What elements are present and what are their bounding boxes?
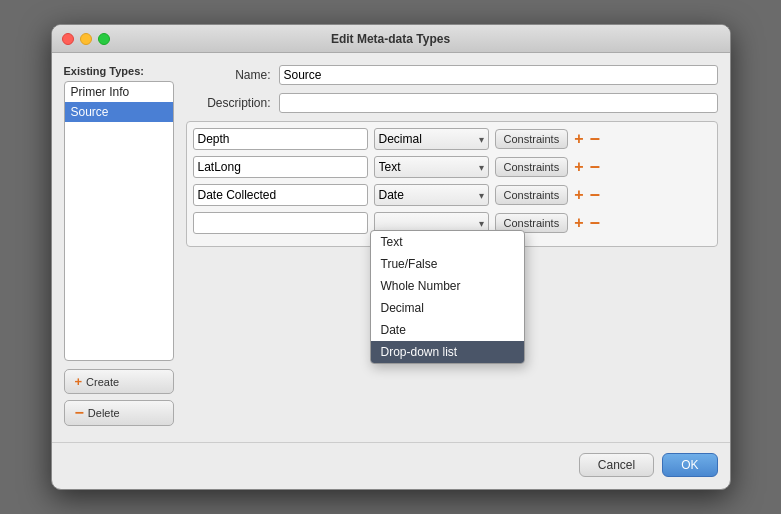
main-panel: Name: Description: Constraints + − bbox=[186, 65, 718, 426]
constraints-button-latlong[interactable]: Constraints bbox=[495, 157, 569, 177]
dropdown-option-wholenumber[interactable]: Whole Number bbox=[371, 275, 524, 297]
name-label: Name: bbox=[186, 68, 271, 82]
traffic-lights bbox=[62, 33, 110, 45]
desc-label: Description: bbox=[186, 96, 271, 110]
row-name-input-datecollected[interactable] bbox=[193, 184, 368, 206]
cancel-button[interactable]: Cancel bbox=[579, 453, 654, 477]
ok-button[interactable]: OK bbox=[662, 453, 717, 477]
constraints-button-depth[interactable]: Constraints bbox=[495, 129, 569, 149]
sidebar: Existing Types: Primer Info Source + Cre… bbox=[64, 65, 174, 426]
add-row-icon-new[interactable]: + bbox=[574, 215, 583, 231]
constraints-button-datecollected[interactable]: Constraints bbox=[495, 185, 569, 205]
sidebar-buttons: + Create − Delete bbox=[64, 369, 174, 426]
table-row: Constraints + − bbox=[193, 128, 711, 150]
window-body: Existing Types: Primer Info Source + Cre… bbox=[52, 53, 730, 438]
footer: Cancel OK bbox=[52, 442, 730, 489]
dropdown-option-dropdown[interactable]: Drop-down list bbox=[371, 341, 524, 363]
remove-row-icon-depth[interactable]: − bbox=[589, 130, 600, 148]
type-input-depth[interactable] bbox=[374, 128, 489, 150]
type-select-wrapper-datecollected bbox=[374, 184, 489, 206]
sidebar-item-primerinfo[interactable]: Primer Info bbox=[65, 82, 173, 102]
remove-row-icon-datecollected[interactable]: − bbox=[589, 186, 600, 204]
titlebar: Edit Meta-data Types bbox=[52, 25, 730, 53]
minimize-button[interactable] bbox=[80, 33, 92, 45]
name-input[interactable] bbox=[279, 65, 718, 85]
add-row-icon-datecollected[interactable]: + bbox=[574, 187, 583, 203]
name-row: Name: bbox=[186, 65, 718, 85]
dropdown-option-truefalse[interactable]: True/False bbox=[371, 253, 524, 275]
delete-button[interactable]: − Delete bbox=[64, 400, 174, 426]
row-name-input-depth[interactable] bbox=[193, 128, 368, 150]
type-input-datecollected[interactable] bbox=[374, 184, 489, 206]
type-input-latlong[interactable] bbox=[374, 156, 489, 178]
table-row: Constraints + − bbox=[193, 184, 711, 206]
description-input[interactable] bbox=[279, 93, 718, 113]
row-name-input-latlong[interactable] bbox=[193, 156, 368, 178]
add-row-icon-latlong[interactable]: + bbox=[574, 159, 583, 175]
close-button[interactable] bbox=[62, 33, 74, 45]
type-select-wrapper-depth bbox=[374, 128, 489, 150]
desc-row: Description: bbox=[186, 93, 718, 113]
sidebar-label: Existing Types: bbox=[64, 65, 174, 77]
types-list[interactable]: Primer Info Source bbox=[64, 81, 174, 361]
remove-row-icon-new[interactable]: − bbox=[589, 214, 600, 232]
dropdown-option-decimal[interactable]: Decimal bbox=[371, 297, 524, 319]
maximize-button[interactable] bbox=[98, 33, 110, 45]
dropdown-option-date[interactable]: Date bbox=[371, 319, 524, 341]
sidebar-item-source[interactable]: Source bbox=[65, 102, 173, 122]
remove-row-icon-latlong[interactable]: − bbox=[589, 158, 600, 176]
plus-icon: + bbox=[75, 374, 83, 389]
table-row: Constraints + − bbox=[193, 156, 711, 178]
add-row-icon-depth[interactable]: + bbox=[574, 131, 583, 147]
dropdown-option-text[interactable]: Text bbox=[371, 231, 524, 253]
window-title: Edit Meta-data Types bbox=[331, 32, 450, 46]
row-name-input-new[interactable] bbox=[193, 212, 368, 234]
type-dropdown-popup: Text True/False Whole Number Decimal Dat… bbox=[370, 230, 525, 364]
edit-metadata-dialog: Edit Meta-data Types Existing Types: Pri… bbox=[51, 24, 731, 490]
type-select-wrapper-latlong bbox=[374, 156, 489, 178]
create-button[interactable]: + Create bbox=[64, 369, 174, 394]
rows-container: Constraints + − Constraints + − bbox=[186, 121, 718, 247]
minus-icon: − bbox=[75, 405, 84, 421]
